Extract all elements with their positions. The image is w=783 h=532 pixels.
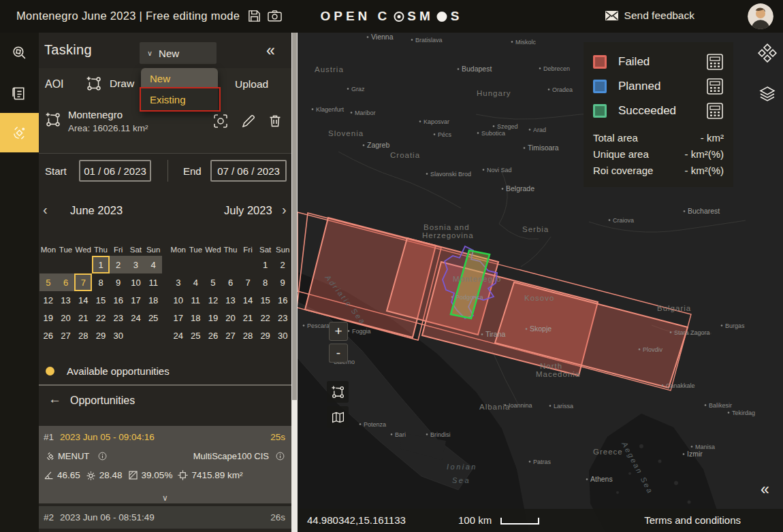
- calendar-day[interactable]: 24: [170, 327, 187, 344]
- calculator-icon[interactable]: [706, 78, 724, 95]
- basemap-icon[interactable]: [327, 406, 349, 428]
- calendar-next-button[interactable]: ›: [282, 202, 287, 218]
- calendar-day[interactable]: 25: [187, 327, 205, 344]
- calendar-day[interactable]: 29: [257, 327, 274, 344]
- start-date-input[interactable]: 01 / 06 / 2023: [79, 160, 151, 182]
- calendar-day[interactable]: 27: [57, 327, 75, 344]
- end-date-input[interactable]: 07 / 06 / 2023: [210, 160, 287, 182]
- calendar-day[interactable]: 20: [222, 309, 240, 327]
- info-icon[interactable]: [97, 451, 108, 461]
- calendar-day[interactable]: 23: [110, 309, 127, 327]
- opportunity-item-1[interactable]: #1 2023 Jun 05 - 09:04:16 25s MENUT Mult…: [39, 426, 291, 503]
- calendar-prev-button[interactable]: ‹: [43, 202, 48, 218]
- calendar-day[interactable]: 8: [257, 273, 274, 291]
- center-on-aoi-icon[interactable]: [212, 113, 229, 129]
- avatar[interactable]: [748, 3, 773, 29]
- calendar-day[interactable]: 5: [204, 273, 222, 291]
- delete-trash-icon[interactable]: [267, 113, 283, 129]
- calendar-day[interactable]: 13: [222, 291, 240, 309]
- calendar-day[interactable]: 10: [127, 273, 145, 291]
- calendar-day[interactable]: 29: [92, 327, 110, 344]
- layers-icon[interactable]: [758, 85, 776, 103]
- calendar-day[interactable]: 13: [57, 291, 75, 309]
- zoom-out-button[interactable]: -: [329, 344, 348, 363]
- calendar-day[interactable]: 18: [187, 309, 205, 327]
- panel-scrollbar[interactable]: [291, 33, 298, 532]
- edit-pencil-icon[interactable]: [240, 113, 257, 129]
- zoom-in-button[interactable]: +: [329, 322, 348, 341]
- calendar-day[interactable]: 26: [204, 327, 222, 344]
- collapse-right-button[interactable]: «: [761, 480, 769, 499]
- aoi-draw-button[interactable]: Draw: [86, 76, 134, 92]
- calendar-day[interactable]: 9: [110, 273, 127, 291]
- calendar-day[interactable]: 17: [127, 291, 145, 309]
- calendar-day[interactable]: 14: [74, 291, 92, 309]
- calendar-day[interactable]: 16: [110, 291, 127, 309]
- calendar-day[interactable]: 4: [144, 256, 162, 273]
- calendar-day[interactable]: 15: [92, 291, 110, 309]
- calendar-day[interactable]: 11: [187, 291, 205, 309]
- calendar-day[interactable]: 3: [170, 273, 187, 291]
- city-dot: [458, 68, 460, 70]
- calendar-day[interactable]: 22: [92, 309, 110, 327]
- calendar-day[interactable]: 16: [274, 291, 291, 309]
- calendar-day[interactable]: 9: [274, 273, 291, 291]
- calendar-day[interactable]: 22: [257, 309, 274, 327]
- collapse-panel-button[interactable]: «: [266, 41, 275, 60]
- opportunity-item-2[interactable]: #2 2023 Jun 06 - 08:51:49 26s: [39, 506, 291, 529]
- aoi-upload-button[interactable]: Upload: [235, 78, 268, 90]
- tasking-satellite-icon[interactable]: [0, 113, 39, 152]
- calendar-day[interactable]: 19: [39, 309, 57, 327]
- calendar-day[interactable]: 23: [274, 309, 291, 327]
- calendar-day[interactable]: 20: [57, 309, 75, 327]
- calendar-day[interactable]: 30: [110, 327, 127, 344]
- calendar-day[interactable]: 6: [57, 273, 75, 291]
- calendar-day[interactable]: 21: [74, 309, 92, 327]
- calendar-day[interactable]: 4: [187, 273, 205, 291]
- calendar-day[interactable]: 14: [239, 291, 257, 309]
- calendar-day[interactable]: 18: [144, 291, 162, 309]
- screenshot-icon[interactable]: [267, 9, 283, 23]
- calendar-day[interactable]: 19: [204, 309, 222, 327]
- expand-chevron-icon[interactable]: ∨: [162, 493, 168, 503]
- calendar-day[interactable]: 28: [239, 327, 257, 344]
- back-arrow-icon[interactable]: ←: [48, 392, 61, 407]
- calendar-day[interactable]: 7: [239, 273, 257, 291]
- missions-log-icon[interactable]: [0, 73, 39, 113]
- calendar-day[interactable]: 11: [144, 273, 162, 291]
- calculator-icon[interactable]: [706, 102, 724, 120]
- calendar-day[interactable]: 6: [222, 273, 240, 291]
- calendar-day[interactable]: 28: [74, 327, 92, 344]
- calendar-day[interactable]: 10: [170, 291, 187, 309]
- calendar-day[interactable]: 27: [222, 327, 240, 344]
- info-icon[interactable]: [275, 451, 285, 461]
- calendar-day[interactable]: 24: [127, 309, 145, 327]
- calendar-day[interactable]: 2: [274, 256, 291, 273]
- calendar-day[interactable]: 17: [170, 309, 187, 327]
- mode-select[interactable]: ∨ New: [140, 42, 217, 64]
- calendar-day[interactable]: 8: [92, 273, 110, 291]
- calendar-day[interactable]: 12: [39, 291, 57, 309]
- send-feedback-button[interactable]: Send feedback: [605, 10, 694, 22]
- calendar-day[interactable]: 1: [257, 256, 274, 273]
- terms-link[interactable]: Terms and conditions: [644, 514, 741, 526]
- diamond-grid-icon[interactable]: [758, 44, 777, 63]
- save-icon[interactable]: [247, 9, 261, 23]
- calendar-day[interactable]: 5: [39, 273, 57, 291]
- map-canvas[interactable]: ViennaBratislavaBudapestHungaryAustriaGr…: [298, 33, 783, 532]
- calendar-day[interactable]: 1: [92, 256, 110, 273]
- calendar-day[interactable]: 3: [127, 256, 145, 273]
- calendar-day[interactable]: 12: [204, 291, 222, 309]
- calendar-day[interactable]: 21: [239, 309, 257, 327]
- map-draw-tool-icon[interactable]: [327, 381, 349, 403]
- calendar-day[interactable]: 26: [39, 327, 57, 344]
- calendar-day[interactable]: 15: [257, 291, 274, 309]
- discover-icon[interactable]: [0, 33, 39, 72]
- menu-item-new[interactable]: New: [141, 68, 218, 88]
- calendar-day[interactable]: 7: [74, 273, 92, 291]
- calendar-day[interactable]: 30: [274, 327, 291, 344]
- calculator-icon[interactable]: [706, 53, 724, 71]
- calendar-day[interactable]: 2: [110, 256, 127, 273]
- scrollbar-thumb[interactable]: [292, 33, 297, 400]
- calendar-day[interactable]: 25: [144, 309, 162, 327]
